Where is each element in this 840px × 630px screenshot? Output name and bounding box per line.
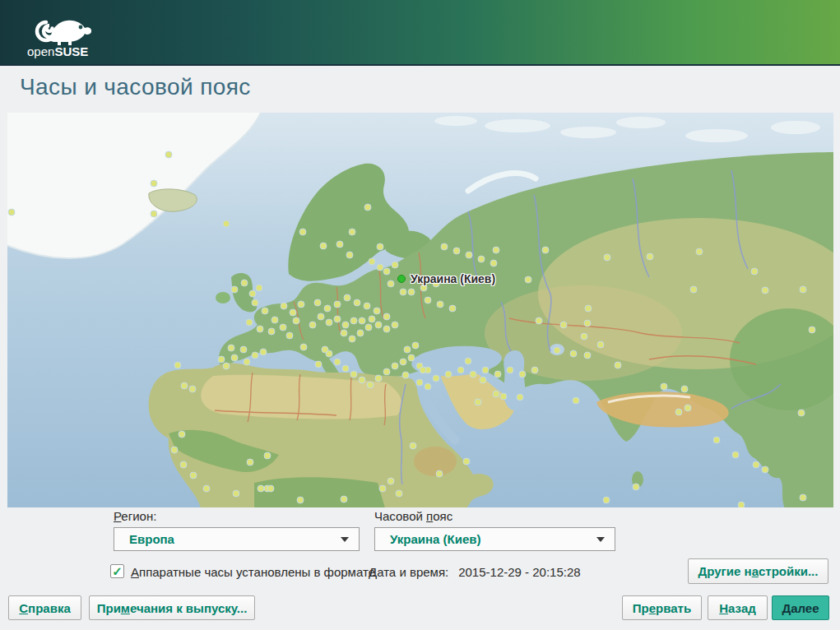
city-dot[interactable] (375, 322, 383, 329)
city-dot[interactable] (738, 502, 745, 508)
city-dot[interactable] (246, 319, 253, 327)
city-dot[interactable] (465, 358, 472, 365)
city-dot[interactable] (482, 367, 490, 374)
city-dot[interactable] (228, 345, 235, 352)
city-dot[interactable] (493, 391, 500, 398)
abort-button[interactable]: Прервать (622, 595, 702, 620)
city-dot[interactable] (350, 317, 358, 325)
city-dot[interactable] (713, 437, 721, 444)
city-dot[interactable] (400, 289, 407, 296)
city-dot[interactable] (300, 344, 308, 351)
city-dot[interactable] (247, 459, 254, 466)
city-dot[interactable] (346, 252, 354, 259)
region-select[interactable]: Европа (114, 527, 360, 551)
city-dot[interactable] (585, 305, 592, 313)
hwclock-checkbox[interactable]: ✓ (110, 564, 124, 578)
city-dot[interactable] (315, 361, 323, 368)
city-dot[interactable] (286, 332, 294, 340)
city-dot[interactable] (379, 485, 387, 493)
city-dot[interactable] (8, 209, 16, 216)
city-dot[interactable] (560, 322, 568, 329)
city-dot[interactable] (800, 286, 807, 294)
city-dot[interactable] (475, 399, 482, 406)
city-dot[interactable] (189, 386, 197, 393)
city-dot[interactable] (647, 253, 654, 261)
city-dot[interactable] (800, 494, 807, 502)
city-dot[interactable] (490, 260, 498, 267)
city-dot[interactable] (280, 324, 287, 331)
city-dot[interactable] (396, 490, 403, 498)
city-dot[interactable] (441, 243, 448, 251)
city-dot[interactable] (410, 442, 417, 450)
city-dot[interactable] (762, 466, 769, 474)
city-dot[interactable] (249, 290, 257, 298)
city-dot[interactable] (392, 262, 399, 269)
city-dot[interactable] (542, 247, 550, 254)
city-dot[interactable] (388, 478, 395, 485)
city-dot[interactable] (262, 308, 269, 315)
city-dot[interactable] (298, 301, 305, 308)
back-button[interactable]: Назад (708, 595, 768, 620)
city-dot[interactable] (375, 375, 383, 382)
city-dot[interactable] (334, 301, 341, 308)
city-dot[interactable] (392, 363, 399, 370)
city-dot[interactable] (256, 285, 263, 292)
city-dot[interactable] (314, 299, 322, 307)
city-dot[interactable] (218, 356, 225, 364)
city-dot[interactable] (449, 305, 457, 313)
city-dot[interactable] (402, 372, 410, 379)
city-dot[interactable] (151, 180, 158, 188)
city-dot[interactable] (252, 299, 259, 307)
city-dot[interactable] (675, 409, 683, 416)
city-dot[interactable] (615, 362, 622, 369)
city-dot[interactable] (364, 204, 372, 211)
city-dot[interactable] (309, 322, 317, 329)
city-dot[interactable] (271, 317, 279, 324)
city-dot[interactable] (437, 301, 444, 308)
city-dot[interactable] (364, 303, 371, 310)
city-dot[interactable] (696, 248, 703, 256)
city-dot[interactable] (383, 326, 391, 333)
city-dot[interactable] (324, 305, 332, 313)
city-dot[interactable] (293, 317, 300, 325)
city-dot[interactable] (244, 359, 251, 366)
city-dot[interactable] (445, 371, 452, 378)
other-settings-button[interactable]: Другие настройки... (688, 558, 828, 584)
city-dot[interactable] (165, 151, 173, 159)
city-dot[interactable] (690, 286, 698, 294)
city-dot[interactable] (231, 286, 239, 294)
city-dot[interactable] (581, 333, 588, 340)
city-dot[interactable] (223, 363, 230, 370)
city-dot[interactable] (374, 308, 381, 315)
city-dot[interactable] (603, 497, 610, 504)
city-dot[interactable] (260, 349, 267, 356)
city-dot[interactable] (494, 371, 502, 378)
city-dot[interactable] (732, 452, 740, 459)
city-dot[interactable] (233, 490, 240, 498)
city-dot[interactable] (433, 375, 440, 382)
city-dot[interactable] (326, 319, 333, 327)
city-dot[interactable] (809, 327, 816, 334)
city-dot[interactable] (354, 299, 361, 307)
city-dot[interactable] (681, 386, 689, 393)
city-dot[interactable] (400, 359, 407, 366)
city-dot[interactable] (268, 328, 276, 336)
city-dot[interactable] (297, 497, 304, 504)
city-dot[interactable] (453, 248, 461, 255)
city-dot[interactable] (519, 371, 527, 378)
city-dot[interactable] (466, 252, 473, 259)
city-dot[interactable] (661, 383, 668, 391)
city-dot[interactable] (463, 458, 471, 466)
city-dot[interactable] (257, 326, 264, 333)
city-dot[interactable] (174, 362, 182, 369)
city-dot[interactable] (359, 377, 366, 384)
city-dot[interactable] (383, 368, 391, 376)
city-dot[interactable] (231, 354, 239, 362)
city-dot[interactable] (344, 294, 351, 302)
city-dot[interactable] (252, 352, 259, 359)
city-dot[interactable] (190, 472, 197, 479)
city-dot[interactable] (493, 247, 500, 254)
city-dot[interactable] (531, 367, 539, 374)
city-dot[interactable] (349, 336, 356, 343)
city-dot[interactable] (420, 367, 427, 374)
